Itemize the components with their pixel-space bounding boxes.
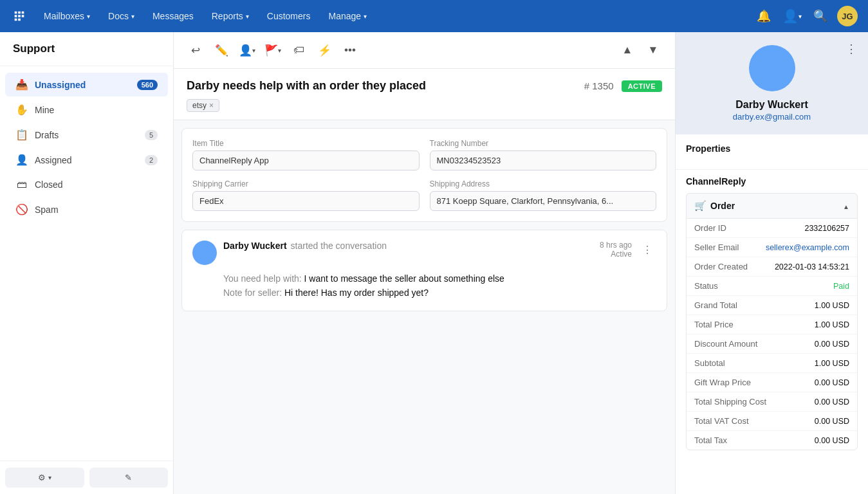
order-collapse-button[interactable] [843,201,849,211]
order-row: Gift Wrap Price0.00 USD [687,373,857,392]
conv-title-row: Darby needs help with an order they plac… [187,79,662,93]
back-button[interactable]: ↩ [184,39,207,62]
nav-mailboxes[interactable]: Mailboxes ▾ [36,7,98,25]
tag-remove-icon[interactable]: × [209,101,214,110]
right-panel: Darby Wuckert darby.ex@gmail.com ⋮ Prope… [675,32,868,494]
nav-messages[interactable]: Messages [145,7,201,25]
tag-etsy: etsy × [187,99,219,112]
edit-button[interactable]: ✏️ [210,39,233,62]
sidebar-item-unassigned[interactable]: 📥 Unassigned 560 [5,73,168,96]
conversation-toolbar: ↩ ✏️ 👤▾ 🚩▾ 🏷 ⚡ ••• ▲ ▼ [174,32,675,69]
order-row-key: Seller Email [694,242,766,252]
tag-button[interactable]: 🏷 [287,39,310,62]
sidebar-item-mine[interactable]: ✋ Mine [5,98,168,122]
shipping-carrier-field: Shipping Carrier [192,179,420,211]
notification-bell-icon[interactable]: 🔔 [752,5,775,28]
compose-button[interactable]: ✎ [89,468,169,488]
message-value-1: I want to message the seller about somet… [304,273,504,284]
message-time: 8 hrs ago [600,241,632,250]
assign-button[interactable]: 👤▾ [235,39,259,62]
order-row: Total VAT Cost0.00 USD [687,412,857,431]
nav-reports[interactable]: Reports ▾ [204,7,257,25]
conversation-title: Darby needs help with an order they plac… [187,79,577,93]
order-row-value: 0.00 USD [815,398,849,407]
conversation-area: Darby needs help with an order they plac… [174,69,675,494]
main-content: ↩ ✏️ 👤▾ 🚩▾ 🏷 ⚡ ••• ▲ ▼ Darby needs help … [174,32,675,494]
order-row-key: Total Price [694,320,815,329]
order-row-value: 0.00 USD [815,417,849,426]
customer-avatar [749,45,795,91]
order-row-value: 0.00 USD [815,436,849,445]
tracking-number-label: Tracking Number [430,139,657,148]
assigned-badge: 2 [145,155,158,165]
spam-icon: 🚫 [15,203,28,215]
message-author-avatar [192,241,217,265]
app-logo [10,7,28,25]
order-row-value: Paid [833,282,849,291]
conversation-tags: etsy × [187,99,662,112]
order-row-value: 0.00 USD [815,340,849,349]
order-row: Total Shipping Cost0.00 USD [687,392,857,412]
order-row: Order Created2022-01-03 14:53:21 [687,257,857,277]
message-delivery-status: Active [600,250,632,259]
properties-title: Properties [686,143,858,154]
order-row-key: Order Created [694,262,775,271]
sidebar-item-drafts[interactable]: 📋 Drafts 5 [5,123,168,147]
order-row-key: Total Tax [694,435,815,445]
nav-manage[interactable]: Manage ▾ [320,7,374,25]
sidebar-item-assigned[interactable]: 👤 Assigned 2 [5,148,168,172]
order-row-value[interactable]: sellerex@example.com [766,243,849,252]
order-row: Total Tax0.00 USD [687,431,857,450]
cart-icon: 🛒 [694,200,706,212]
assigned-icon: 👤 [15,154,28,166]
sidebar-label-spam: Spam [35,205,158,215]
message-author-name: Darby Wuckert [223,241,287,251]
item-title-field: Item Title [192,139,420,170]
item-title-input[interactable] [192,151,420,170]
settings-button[interactable]: ⚙ ▾ [5,468,84,488]
order-row-key: Total VAT Cost [694,416,815,426]
flag-button[interactable]: 🚩▾ [261,39,284,62]
search-icon[interactable]: 🔍 [809,5,832,28]
order-row-key: Grand Total [694,300,815,310]
prev-button[interactable]: ▲ [616,39,639,62]
order-row: Seller Emailsellerex@example.com [687,238,857,257]
nav-customers[interactable]: Customers [259,7,319,25]
order-label-text: Order [710,201,735,211]
order-row: Discount Amount0.00 USD [687,334,857,354]
customer-email[interactable]: darby.ex@gmail.com [733,112,811,122]
account-settings-icon[interactable]: 👤▾ [780,5,804,28]
sidebar-navigation: 📥 Unassigned 560 ✋ Mine 📋 Drafts 5 👤 Ass… [0,66,173,461]
unassigned-badge: 560 [137,80,158,90]
sidebar-footer: ⚙ ▾ ✎ [0,461,173,494]
message-container: Darby Wuckert started the conversation 8… [181,230,667,311]
bolt-button[interactable]: ⚡ [313,39,336,62]
drafts-icon: 📋 [15,129,28,141]
settings-chevron-icon: ▾ [48,474,51,481]
order-form: Item Title Tracking Number Shipping Carr… [181,128,667,222]
shipping-address-label: Shipping Address [430,179,657,188]
order-details-table: Order ID2332106257Seller Emailsellerex@e… [686,218,858,450]
sidebar-item-closed[interactable]: 🗃 Closed [5,173,168,196]
app-body: Support 📥 Unassigned 560 ✋ Mine 📋 Drafts… [0,32,868,494]
customer-more-button[interactable]: ⋮ [842,40,860,58]
drafts-badge: 5 [145,130,158,140]
more-options-button[interactable]: ••• [338,39,362,62]
message-label-1: You need help with: [223,273,302,284]
shipping-carrier-input[interactable] [192,191,420,211]
sidebar-item-spam[interactable]: 🚫 Spam [5,197,168,221]
message-more-button[interactable]: ⋮ [638,241,656,259]
closed-icon: 🗃 [15,179,28,190]
tracking-number-input[interactable] [430,151,657,170]
top-navigation: Mailboxes ▾ Docs ▾ Messages Reports ▾ Cu… [0,0,868,32]
nav-docs[interactable]: Docs ▾ [100,7,142,25]
order-row-value: 1.00 USD [815,320,849,329]
shipping-address-input[interactable] [430,191,657,211]
ticket-id: # 1350 [584,80,614,91]
user-avatar[interactable]: JG [837,6,858,26]
manage-chevron-icon: ▾ [364,13,367,20]
shipping-address-field: Shipping Address [430,179,657,211]
sidebar-label-drafts: Drafts [35,130,138,140]
channelreply-section: ChannelReply 🛒 Order Order ID2332106257S… [676,170,868,457]
next-button[interactable]: ▼ [642,39,665,62]
